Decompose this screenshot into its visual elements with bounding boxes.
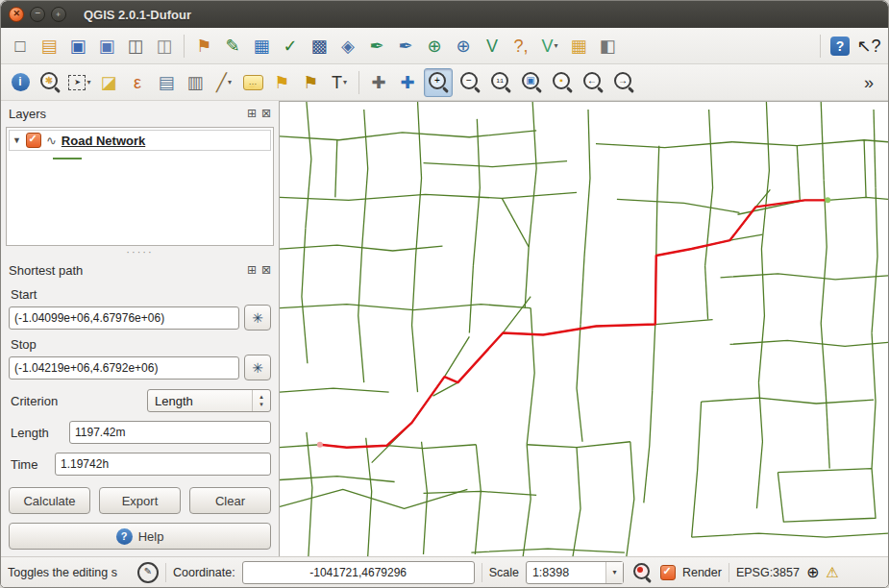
- quill-green-icon[interactable]: ✒: [364, 33, 389, 60]
- window-minimize-button[interactable]: [30, 7, 45, 22]
- shortest-path-panel-header: Shortest path ⊞ ⊠: [1, 257, 279, 281]
- stop-input[interactable]: [9, 356, 239, 380]
- dropdown-arrow-icon[interactable]: ▾: [343, 78, 347, 86]
- new-window-icon[interactable]: ◧: [595, 33, 620, 60]
- window-close-button[interactable]: [9, 7, 24, 22]
- length-output[interactable]: [69, 421, 271, 444]
- help-button[interactable]: ? Help: [9, 523, 271, 550]
- layer-name[interactable]: Road Network: [62, 134, 145, 148]
- crs-status: EPSG:3857: [736, 566, 800, 579]
- node-tool-icon[interactable]: ▦: [249, 33, 274, 60]
- shortest-path-panel-title: Shortest path: [9, 263, 83, 278]
- coordinate-input[interactable]: [242, 561, 475, 584]
- layers-float-icon[interactable]: ⊞: [247, 107, 257, 120]
- scale-value: 1:8398: [532, 566, 569, 579]
- project-open-icon[interactable]: ▤: [37, 33, 62, 60]
- scale-label: Scale: [489, 566, 519, 579]
- map-tips-icon[interactable]: …: [240, 69, 265, 96]
- select-by-expression-icon[interactable]: ✱▾: [37, 69, 63, 96]
- comment-icon[interactable]: ?,: [508, 33, 533, 60]
- layer-visibility-checkbox[interactable]: [26, 133, 41, 148]
- capture-stop-button[interactable]: ✳: [244, 355, 271, 380]
- dropdown-arrow-icon[interactable]: ▾: [228, 78, 232, 86]
- left-dock: Layers ⊞ ⊠ ▼ ∿ Road Network ····· Shorte…: [1, 101, 280, 556]
- dropdown-arrow-icon[interactable]: ▾: [555, 41, 558, 50]
- globe-blue-icon[interactable]: ⊕: [451, 33, 476, 60]
- add-grid-layer-icon[interactable]: ▦: [566, 33, 591, 60]
- dock-splitter[interactable]: ·····: [1, 246, 279, 257]
- shortest-path-close-icon[interactable]: ⊠: [261, 263, 271, 277]
- layer-row-road-network[interactable]: ▼ ∿ Road Network: [9, 130, 271, 151]
- check-geometry-icon[interactable]: ✓: [278, 33, 303, 60]
- stop-render-icon[interactable]: [630, 561, 654, 584]
- window-maximize-button[interactable]: [51, 7, 66, 22]
- help-button-label: Help: [138, 529, 164, 544]
- identify-features-icon[interactable]: i: [8, 69, 33, 96]
- zoom-out-icon[interactable]: −: [457, 69, 483, 96]
- spatial-query-icon[interactable]: ◈: [335, 33, 360, 60]
- statistics-icon[interactable]: ▥: [183, 69, 208, 96]
- start-input[interactable]: [9, 306, 239, 330]
- whats-this-icon[interactable]: ↖?: [856, 33, 881, 60]
- scale-dropdown-icon[interactable]: ▾: [605, 562, 623, 583]
- zoom-next-icon[interactable]: →: [610, 69, 637, 96]
- composer-manager-icon[interactable]: ◫: [152, 33, 177, 60]
- quill-blue-icon[interactable]: ✒: [393, 33, 418, 60]
- clear-button[interactable]: Clear: [189, 487, 271, 514]
- pan-to-selection-icon[interactable]: ✚: [395, 69, 420, 96]
- statusbar-separator: [165, 563, 166, 582]
- help-contents-icon[interactable]: ?: [827, 33, 852, 60]
- layers-close-icon[interactable]: ⊠: [261, 107, 271, 120]
- deselect-all-icon[interactable]: ◪: [96, 69, 121, 96]
- combo-spinner-icon[interactable]: ▴▾: [252, 390, 270, 411]
- export-button[interactable]: Export: [99, 487, 181, 514]
- zoom-native-icon[interactable]: 1:1: [487, 69, 514, 96]
- stop-label: Stop: [11, 337, 269, 352]
- road-network-map[interactable]: [280, 102, 888, 556]
- window-title: QGIS 2.0.1-Dufour: [84, 8, 191, 22]
- zoom-last-icon[interactable]: ←: [580, 69, 606, 96]
- new-shapefile-icon[interactable]: V▾: [537, 33, 562, 60]
- toolbar-overflow-icon[interactable]: »: [856, 69, 881, 96]
- crs-globe-icon[interactable]: ⊕: [806, 563, 819, 581]
- render-checkbox[interactable]: [660, 565, 676, 580]
- text-annotation-icon[interactable]: T▾: [327, 69, 352, 96]
- toolbar-file: □▤▣▣◫◫⚑✎▦✓▩◈✒✒⊕⊕V?,V▾▦◧?↖?: [1, 28, 888, 64]
- shortest-path-float-icon[interactable]: ⊞: [247, 263, 257, 277]
- raster-tools-icon[interactable]: ▩: [307, 33, 332, 60]
- measure-icon[interactable]: ╱▾: [211, 69, 236, 96]
- project-save-as-icon[interactable]: ▣: [94, 33, 119, 60]
- layers-tree[interactable]: ▼ ∿ Road Network: [6, 127, 274, 246]
- criterion-combobox[interactable]: Length ▴▾: [147, 389, 271, 412]
- capture-start-button[interactable]: ✳: [244, 305, 271, 331]
- expand-triangle-icon[interactable]: ▼: [12, 135, 21, 145]
- time-output[interactable]: [55, 453, 271, 476]
- project-save-icon[interactable]: ▣: [65, 33, 90, 60]
- crosshair-icon: ✳: [252, 360, 263, 376]
- new-print-composer-icon[interactable]: ◫: [123, 33, 148, 60]
- title-bar[interactable]: QGIS 2.0.1-Dufour: [1, 1, 888, 28]
- attribute-table-icon[interactable]: ▤: [154, 69, 179, 96]
- dropdown-arrow-icon[interactable]: ▾: [86, 78, 90, 86]
- vector-globe-icon[interactable]: V: [480, 33, 505, 60]
- layer-symbol-swatch: [53, 158, 82, 159]
- status-bar: Toggles the editing s ✎ Coordinate: Scal…: [1, 556, 888, 587]
- editing-status-icon[interactable]: ✎: [137, 562, 159, 583]
- expression-select-icon[interactable]: ε: [125, 69, 150, 96]
- toolbar-map-navigation: i✱▾➤▾◪ε▤▥╱▾…⚑⚑T▾✚✚+−1:1▣▪←→»: [1, 64, 888, 101]
- new-bookmark-icon[interactable]: ⚑: [269, 69, 294, 96]
- scale-combobox[interactable]: 1:8398 ▾: [526, 561, 624, 584]
- globe-green-icon[interactable]: ⊕: [422, 33, 447, 60]
- zoom-in-icon[interactable]: +: [424, 68, 453, 97]
- calculate-button[interactable]: Calculate: [9, 487, 90, 514]
- zoom-full-icon[interactable]: ▣: [518, 69, 545, 96]
- digitize-line-icon[interactable]: ✎: [220, 33, 245, 60]
- select-rectangle-icon[interactable]: ➤▾: [67, 69, 92, 96]
- project-new-icon[interactable]: □: [8, 33, 33, 60]
- zoom-to-selection-icon[interactable]: ▪: [549, 69, 576, 96]
- capture-point-icon[interactable]: ⚑: [191, 33, 216, 60]
- pan-map-icon[interactable]: ✚: [366, 69, 391, 96]
- messages-warning-icon[interactable]: ⚠: [826, 564, 838, 581]
- map-canvas[interactable]: [280, 101, 888, 556]
- show-bookmarks-icon[interactable]: ⚑: [298, 69, 323, 96]
